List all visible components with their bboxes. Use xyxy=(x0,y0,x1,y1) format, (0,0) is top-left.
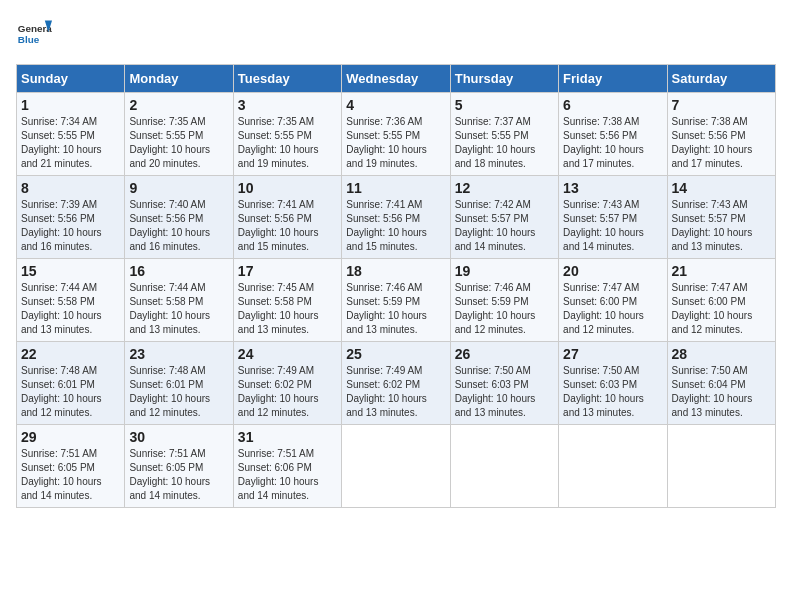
day-info: Sunrise: 7:40 AM Sunset: 5:56 PM Dayligh… xyxy=(129,198,228,254)
day-info: Sunrise: 7:34 AM Sunset: 5:55 PM Dayligh… xyxy=(21,115,120,171)
day-info: Sunrise: 7:38 AM Sunset: 5:56 PM Dayligh… xyxy=(563,115,662,171)
day-info: Sunrise: 7:41 AM Sunset: 5:56 PM Dayligh… xyxy=(346,198,445,254)
day-info: Sunrise: 7:42 AM Sunset: 5:57 PM Dayligh… xyxy=(455,198,554,254)
calendar-day-cell: 26 Sunrise: 7:50 AM Sunset: 6:03 PM Dayl… xyxy=(450,342,558,425)
day-info: Sunrise: 7:48 AM Sunset: 6:01 PM Dayligh… xyxy=(129,364,228,420)
day-info: Sunrise: 7:44 AM Sunset: 5:58 PM Dayligh… xyxy=(129,281,228,337)
day-number: 19 xyxy=(455,263,554,279)
calendar-day-cell: 19 Sunrise: 7:46 AM Sunset: 5:59 PM Dayl… xyxy=(450,259,558,342)
calendar-day-cell: 6 Sunrise: 7:38 AM Sunset: 5:56 PM Dayli… xyxy=(559,93,667,176)
day-info: Sunrise: 7:43 AM Sunset: 5:57 PM Dayligh… xyxy=(672,198,771,254)
day-number: 7 xyxy=(672,97,771,113)
weekday-header: Tuesday xyxy=(233,65,341,93)
calendar-header-row: SundayMondayTuesdayWednesdayThursdayFrid… xyxy=(17,65,776,93)
day-number: 11 xyxy=(346,180,445,196)
logo-icon: General Blue xyxy=(16,16,52,52)
day-info: Sunrise: 7:45 AM Sunset: 5:58 PM Dayligh… xyxy=(238,281,337,337)
weekday-header: Wednesday xyxy=(342,65,450,93)
calendar-day-cell xyxy=(667,425,775,508)
day-number: 18 xyxy=(346,263,445,279)
day-info: Sunrise: 7:43 AM Sunset: 5:57 PM Dayligh… xyxy=(563,198,662,254)
day-info: Sunrise: 7:49 AM Sunset: 6:02 PM Dayligh… xyxy=(238,364,337,420)
day-info: Sunrise: 7:47 AM Sunset: 6:00 PM Dayligh… xyxy=(563,281,662,337)
weekday-header: Friday xyxy=(559,65,667,93)
day-number: 3 xyxy=(238,97,337,113)
calendar-day-cell: 27 Sunrise: 7:50 AM Sunset: 6:03 PM Dayl… xyxy=(559,342,667,425)
day-info: Sunrise: 7:50 AM Sunset: 6:04 PM Dayligh… xyxy=(672,364,771,420)
calendar-day-cell: 29 Sunrise: 7:51 AM Sunset: 6:05 PM Dayl… xyxy=(17,425,125,508)
calendar-day-cell: 30 Sunrise: 7:51 AM Sunset: 6:05 PM Dayl… xyxy=(125,425,233,508)
calendar-day-cell: 1 Sunrise: 7:34 AM Sunset: 5:55 PM Dayli… xyxy=(17,93,125,176)
calendar-day-cell: 7 Sunrise: 7:38 AM Sunset: 5:56 PM Dayli… xyxy=(667,93,775,176)
day-number: 10 xyxy=(238,180,337,196)
day-info: Sunrise: 7:35 AM Sunset: 5:55 PM Dayligh… xyxy=(129,115,228,171)
calendar-day-cell: 23 Sunrise: 7:48 AM Sunset: 6:01 PM Dayl… xyxy=(125,342,233,425)
calendar-day-cell: 21 Sunrise: 7:47 AM Sunset: 6:00 PM Dayl… xyxy=(667,259,775,342)
svg-text:Blue: Blue xyxy=(18,34,40,45)
day-info: Sunrise: 7:46 AM Sunset: 5:59 PM Dayligh… xyxy=(346,281,445,337)
calendar-week-row: 22 Sunrise: 7:48 AM Sunset: 6:01 PM Dayl… xyxy=(17,342,776,425)
calendar-day-cell: 12 Sunrise: 7:42 AM Sunset: 5:57 PM Dayl… xyxy=(450,176,558,259)
calendar-week-row: 15 Sunrise: 7:44 AM Sunset: 5:58 PM Dayl… xyxy=(17,259,776,342)
day-number: 6 xyxy=(563,97,662,113)
day-info: Sunrise: 7:51 AM Sunset: 6:05 PM Dayligh… xyxy=(129,447,228,503)
calendar-day-cell: 24 Sunrise: 7:49 AM Sunset: 6:02 PM Dayl… xyxy=(233,342,341,425)
day-info: Sunrise: 7:35 AM Sunset: 5:55 PM Dayligh… xyxy=(238,115,337,171)
day-number: 5 xyxy=(455,97,554,113)
day-info: Sunrise: 7:44 AM Sunset: 5:58 PM Dayligh… xyxy=(21,281,120,337)
day-number: 27 xyxy=(563,346,662,362)
day-info: Sunrise: 7:41 AM Sunset: 5:56 PM Dayligh… xyxy=(238,198,337,254)
calendar-table: SundayMondayTuesdayWednesdayThursdayFrid… xyxy=(16,64,776,508)
day-number: 9 xyxy=(129,180,228,196)
day-info: Sunrise: 7:51 AM Sunset: 6:05 PM Dayligh… xyxy=(21,447,120,503)
calendar-day-cell: 28 Sunrise: 7:50 AM Sunset: 6:04 PM Dayl… xyxy=(667,342,775,425)
calendar-day-cell xyxy=(450,425,558,508)
calendar-day-cell: 8 Sunrise: 7:39 AM Sunset: 5:56 PM Dayli… xyxy=(17,176,125,259)
page-header: General Blue xyxy=(16,16,776,52)
day-info: Sunrise: 7:49 AM Sunset: 6:02 PM Dayligh… xyxy=(346,364,445,420)
weekday-header: Saturday xyxy=(667,65,775,93)
calendar-day-cell: 9 Sunrise: 7:40 AM Sunset: 5:56 PM Dayli… xyxy=(125,176,233,259)
day-number: 12 xyxy=(455,180,554,196)
calendar-day-cell: 18 Sunrise: 7:46 AM Sunset: 5:59 PM Dayl… xyxy=(342,259,450,342)
day-number: 8 xyxy=(21,180,120,196)
day-number: 2 xyxy=(129,97,228,113)
calendar-day-cell: 17 Sunrise: 7:45 AM Sunset: 5:58 PM Dayl… xyxy=(233,259,341,342)
calendar-day-cell xyxy=(342,425,450,508)
day-number: 31 xyxy=(238,429,337,445)
day-number: 24 xyxy=(238,346,337,362)
day-number: 13 xyxy=(563,180,662,196)
day-info: Sunrise: 7:36 AM Sunset: 5:55 PM Dayligh… xyxy=(346,115,445,171)
day-info: Sunrise: 7:50 AM Sunset: 6:03 PM Dayligh… xyxy=(563,364,662,420)
calendar-day-cell: 5 Sunrise: 7:37 AM Sunset: 5:55 PM Dayli… xyxy=(450,93,558,176)
logo: General Blue xyxy=(16,16,52,52)
calendar-day-cell: 4 Sunrise: 7:36 AM Sunset: 5:55 PM Dayli… xyxy=(342,93,450,176)
day-number: 1 xyxy=(21,97,120,113)
calendar-day-cell: 31 Sunrise: 7:51 AM Sunset: 6:06 PM Dayl… xyxy=(233,425,341,508)
day-info: Sunrise: 7:46 AM Sunset: 5:59 PM Dayligh… xyxy=(455,281,554,337)
calendar-day-cell: 3 Sunrise: 7:35 AM Sunset: 5:55 PM Dayli… xyxy=(233,93,341,176)
weekday-header: Sunday xyxy=(17,65,125,93)
day-info: Sunrise: 7:47 AM Sunset: 6:00 PM Dayligh… xyxy=(672,281,771,337)
day-number: 15 xyxy=(21,263,120,279)
day-number: 29 xyxy=(21,429,120,445)
day-info: Sunrise: 7:48 AM Sunset: 6:01 PM Dayligh… xyxy=(21,364,120,420)
day-number: 26 xyxy=(455,346,554,362)
day-number: 17 xyxy=(238,263,337,279)
calendar-day-cell: 11 Sunrise: 7:41 AM Sunset: 5:56 PM Dayl… xyxy=(342,176,450,259)
calendar-day-cell xyxy=(559,425,667,508)
calendar-day-cell: 14 Sunrise: 7:43 AM Sunset: 5:57 PM Dayl… xyxy=(667,176,775,259)
calendar-day-cell: 13 Sunrise: 7:43 AM Sunset: 5:57 PM Dayl… xyxy=(559,176,667,259)
day-number: 28 xyxy=(672,346,771,362)
day-number: 23 xyxy=(129,346,228,362)
weekday-header: Thursday xyxy=(450,65,558,93)
calendar-day-cell: 2 Sunrise: 7:35 AM Sunset: 5:55 PM Dayli… xyxy=(125,93,233,176)
day-info: Sunrise: 7:39 AM Sunset: 5:56 PM Dayligh… xyxy=(21,198,120,254)
weekday-header: Monday xyxy=(125,65,233,93)
calendar-week-row: 29 Sunrise: 7:51 AM Sunset: 6:05 PM Dayl… xyxy=(17,425,776,508)
calendar-day-cell: 25 Sunrise: 7:49 AM Sunset: 6:02 PM Dayl… xyxy=(342,342,450,425)
calendar-day-cell: 22 Sunrise: 7:48 AM Sunset: 6:01 PM Dayl… xyxy=(17,342,125,425)
day-number: 20 xyxy=(563,263,662,279)
day-number: 22 xyxy=(21,346,120,362)
day-info: Sunrise: 7:51 AM Sunset: 6:06 PM Dayligh… xyxy=(238,447,337,503)
